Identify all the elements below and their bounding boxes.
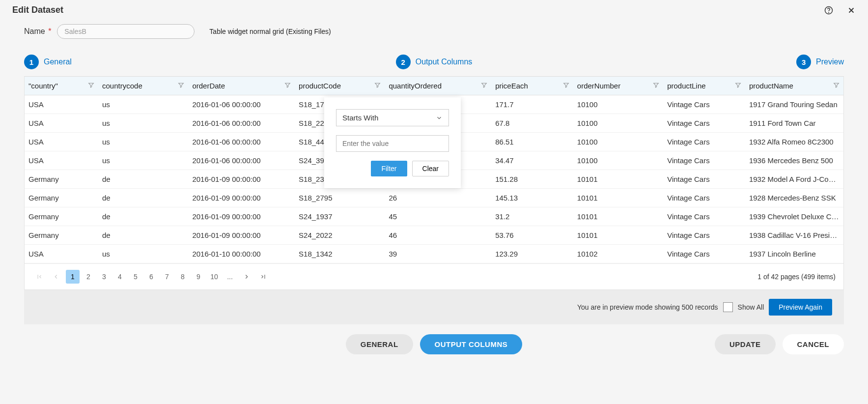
step-badge: 3: [796, 55, 811, 69]
page-next-button[interactable]: [240, 270, 253, 284]
table-row: Germanyde2016-01-09 00:00:00S24_19374531…: [25, 207, 843, 226]
column-header[interactable]: productCode: [295, 77, 385, 95]
table-cell: Germany: [25, 170, 98, 189]
column-header[interactable]: productName: [745, 77, 843, 95]
table-cell: Vintage Cars: [663, 245, 745, 263]
table-cell: 2016-01-10 00:00:00: [188, 245, 295, 263]
filter-icon[interactable]: [735, 82, 741, 90]
step-label: Preview: [816, 58, 844, 66]
page-button[interactable]: 10: [207, 270, 221, 284]
page-info: 1 of 42 pages (499 items): [757, 273, 836, 281]
show-all-label: Show All: [738, 303, 764, 311]
column-header[interactable]: "country": [25, 77, 98, 95]
filter-icon[interactable]: [833, 82, 840, 90]
page-button[interactable]: 4: [113, 270, 127, 284]
page-button[interactable]: 2: [82, 270, 95, 284]
filter-icon[interactable]: [88, 82, 94, 90]
table-row: Germanyde2016-01-09 00:00:00S18_27952614…: [25, 189, 843, 207]
footer-output-columns-button[interactable]: OUTPUT COLUMNS: [420, 334, 523, 354]
column-header[interactable]: quantityOrdered: [385, 77, 491, 95]
filter-icon[interactable]: [563, 82, 569, 90]
page-button[interactable]: 5: [129, 270, 142, 284]
column-label: productLine: [667, 82, 705, 90]
table-cell: us: [98, 151, 188, 170]
column-header[interactable]: priceEach: [491, 77, 573, 95]
table-cell: 171.7: [491, 95, 573, 114]
table-cell: S18_2795: [295, 189, 385, 207]
page-first-button[interactable]: [32, 270, 46, 284]
column-filter-popup: Starts With Filter Clear: [324, 97, 461, 188]
page-button[interactable]: 8: [176, 270, 190, 284]
step-output-columns[interactable]: 2 Output Columns: [396, 55, 473, 69]
table-row: Germanyde2016-01-09 00:00:00S24_20224653…: [25, 226, 843, 245]
table-cell: 10101: [573, 226, 663, 245]
table-cell: 86.51: [491, 133, 573, 151]
table-cell: 26: [385, 189, 491, 207]
cancel-button[interactable]: CANCEL: [783, 334, 844, 354]
column-header[interactable]: productLine: [663, 77, 745, 95]
table-cell: Vintage Cars: [663, 114, 745, 133]
table-cell: 1932 Alfa Romeo 8C2300: [745, 133, 843, 151]
column-label: priceEach: [495, 82, 528, 90]
name-label: Name *: [24, 27, 51, 36]
table-cell: 1937 Lincoln Berline: [745, 245, 843, 263]
table-cell: 34.47: [491, 151, 573, 170]
column-label: orderDate: [192, 82, 225, 90]
footer-general-button[interactable]: GENERAL: [346, 334, 413, 354]
table-cell: 10100: [573, 133, 663, 151]
page-button[interactable]: 9: [192, 270, 205, 284]
filter-clear-button[interactable]: Clear: [412, 161, 449, 176]
page-button[interactable]: 6: [144, 270, 158, 284]
page-button[interactable]: 1: [66, 270, 80, 284]
help-icon[interactable]: [824, 6, 833, 15]
table-cell: 45: [385, 207, 491, 226]
table-cell: de: [98, 170, 188, 189]
table-cell: 10100: [573, 151, 663, 170]
table-cell: de: [98, 189, 188, 207]
column-header[interactable]: countrycode: [98, 77, 188, 95]
table-cell: us: [98, 95, 188, 114]
filter-icon[interactable]: [374, 82, 381, 90]
table-cell: S18_1342: [295, 245, 385, 263]
table-cell: Germany: [25, 207, 98, 226]
column-label: orderNumber: [577, 82, 620, 90]
table-cell: us: [98, 114, 188, 133]
table-cell: 2016-01-09 00:00:00: [188, 226, 295, 245]
page-button[interactable]: 3: [97, 270, 111, 284]
close-icon[interactable]: [847, 6, 856, 15]
step-preview[interactable]: 3 Preview: [796, 55, 844, 69]
table-row: USAus2016-01-10 00:00:00S18_134239123.29…: [25, 245, 843, 263]
page-ellipsis[interactable]: ...: [223, 270, 237, 284]
table-cell: S24_1937: [295, 207, 385, 226]
page-button[interactable]: 7: [160, 270, 174, 284]
filter-operator-dropdown[interactable]: Starts With: [336, 109, 449, 126]
page-prev-button[interactable]: [49, 270, 63, 284]
filter-value-input[interactable]: [336, 135, 449, 152]
table-cell: 10101: [573, 207, 663, 226]
filter-icon[interactable]: [284, 82, 291, 90]
filter-apply-button[interactable]: Filter: [371, 161, 407, 176]
step-general[interactable]: 1 General: [24, 55, 72, 69]
filter-icon[interactable]: [653, 82, 659, 90]
preview-mode-text: You are in preview mode showing 500 reco…: [577, 303, 718, 311]
table-cell: 53.76: [491, 226, 573, 245]
table-cell: Vintage Cars: [663, 95, 745, 114]
table-cell: 1928 Mercedes-Benz SSK: [745, 189, 843, 207]
name-input[interactable]: [57, 24, 195, 39]
column-header[interactable]: orderNumber: [573, 77, 663, 95]
show-all-checkbox[interactable]: [723, 302, 733, 312]
filter-icon[interactable]: [178, 82, 184, 90]
page-last-button[interactable]: [256, 270, 270, 284]
table-cell: 145.13: [491, 189, 573, 207]
filter-icon[interactable]: [481, 82, 487, 90]
column-header[interactable]: orderDate: [188, 77, 295, 95]
table-cell: 1939 Chevrolet Deluxe Coupe: [745, 207, 843, 226]
preview-again-button[interactable]: Preview Again: [769, 299, 832, 316]
table-cell: Germany: [25, 226, 98, 245]
update-button[interactable]: UPDATE: [715, 334, 776, 354]
table-cell: 2016-01-09 00:00:00: [188, 207, 295, 226]
chevron-down-icon: [436, 115, 443, 121]
column-label: productCode: [299, 82, 341, 90]
table-cell: 1917 Grand Touring Sedan: [745, 95, 843, 114]
table-cell: Germany: [25, 189, 98, 207]
